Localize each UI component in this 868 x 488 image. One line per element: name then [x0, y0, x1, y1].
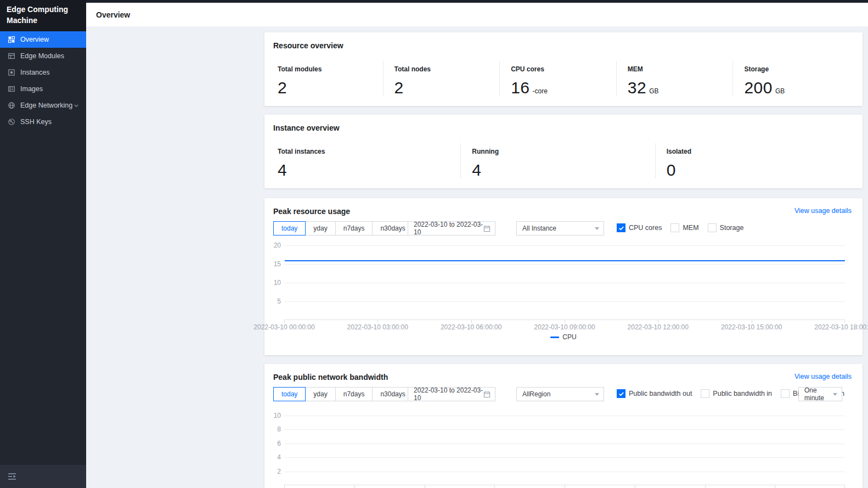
checkbox-check-icon: [617, 389, 625, 398]
sidebar-item-label: Overview: [20, 36, 49, 43]
instances-icon: [8, 69, 15, 76]
range-button-today[interactable]: today: [273, 221, 306, 235]
sidebar-item-images[interactable]: Images: [0, 81, 86, 97]
metric-checkbox-row: CPU cores MEM Storage: [617, 223, 743, 232]
x-axis-labels: 2022-03-10 00:00:00 2022-03-10 03:00:00 …: [284, 323, 845, 331]
legend-label: CPU: [562, 333, 576, 341]
y-tick-label: 4: [264, 453, 281, 461]
chevron-down-icon: [74, 104, 78, 107]
granularity-select[interactable]: One minute: [798, 387, 842, 401]
sidebar-item-ssh-keys[interactable]: SSH Keys: [0, 114, 86, 130]
page-header: Overview: [86, 3, 868, 26]
collapse-sidebar-icon[interactable]: [7, 472, 17, 481]
caret-down-icon: [833, 393, 837, 396]
caret-down-icon: [595, 227, 599, 230]
stat-isolated: Isolated 0: [655, 143, 849, 178]
card-title: Peak public network bandwidth: [273, 373, 388, 382]
peak-resource-filter-row: today yday n7days n30days 2022-03-10 to …: [273, 221, 854, 235]
stat-cpu-cores: CPU cores 16-core: [499, 61, 616, 96]
overview-grid-icon: [8, 36, 15, 43]
y-tick-label: 8: [264, 425, 281, 433]
range-button-n7days[interactable]: n7days: [336, 387, 373, 401]
main-content: Resource overview Total modules 2 Total …: [86, 26, 868, 488]
y-tick-label: 5: [264, 298, 281, 305]
resource-overview-card: Resource overview Total modules 2 Total …: [264, 32, 863, 106]
range-button-today[interactable]: today: [273, 387, 306, 401]
date-range-picker[interactable]: 2022-03-10 to 2022-03-10: [408, 221, 495, 235]
y-tick-label: 10: [264, 412, 281, 419]
card-title: Peak resource usage: [273, 207, 350, 216]
cpu-series-line: [285, 260, 845, 261]
resource-stats-row: Total modules 2 Total nodes 2 CPU cores …: [278, 61, 849, 96]
chart-legend[interactable]: CPU: [264, 333, 863, 341]
checkbox-mem[interactable]: MEM: [670, 223, 698, 232]
sidebar-item-edge-modules[interactable]: Edge Modules: [0, 48, 86, 64]
card-title: Instance overview: [273, 124, 340, 132]
y-tick-label: 10: [264, 279, 281, 287]
stat-storage: Storage 200GB: [732, 61, 849, 96]
caret-down-icon: [595, 393, 599, 396]
sidebar-item-label: SSH Keys: [20, 118, 52, 126]
y-tick-label: 20: [264, 242, 281, 249]
instance-overview-card: Instance overview Total instances 4 Runn…: [264, 115, 863, 188]
checkbox-public-bandwidth-out[interactable]: Public bandwidth out: [617, 389, 692, 398]
view-usage-details-link[interactable]: View usage details: [794, 373, 852, 380]
stat-total-modules: Total modules 2: [278, 61, 383, 96]
sidebar-item-instances[interactable]: Instances: [0, 64, 86, 81]
stat-total-nodes: Total nodes 2: [383, 61, 500, 96]
time-range-button-group: today yday n7days n30days: [273, 387, 414, 401]
legend-line-icon: [550, 336, 559, 338]
product-title: Edge Computing Machine: [0, 0, 86, 31]
checkbox-cpu-cores[interactable]: CPU cores: [617, 223, 662, 232]
peak-bandwidth-card: Peak public network bandwidth View usage…: [264, 364, 863, 488]
bandwidth-chart: 10 8 6 4 2: [284, 416, 845, 485]
instance-stats-row: Total instances 4 Running 4 Isolated 0: [278, 143, 849, 178]
range-button-n7days[interactable]: n7days: [336, 221, 373, 235]
time-range-button-group: today yday n7days n30days: [273, 221, 414, 235]
date-range-picker[interactable]: 2022-03-10 to 2022-03-10: [408, 387, 495, 401]
peak-resource-usage-card: Peak resource usage View usage details t…: [264, 198, 863, 355]
range-button-yday[interactable]: yday: [306, 387, 335, 401]
y-tick-label: 15: [264, 260, 281, 268]
y-tick-label: 2: [264, 468, 281, 475]
checkbox-check-icon: [617, 223, 625, 232]
stat-total-instances: Total instances 4: [278, 143, 460, 178]
peak-bandwidth-filter-row: today yday n7days n30days 2022-03-10 to …: [273, 387, 854, 401]
y-tick-label: 6: [264, 440, 281, 447]
region-filter-select[interactable]: AllRegion: [516, 387, 604, 401]
sidebar-item-overview[interactable]: Overview: [0, 31, 86, 48]
stat-running: Running 4: [460, 143, 655, 178]
sidebar-item-label: Instances: [20, 69, 50, 76]
range-button-yday[interactable]: yday: [306, 221, 335, 235]
card-title: Resource overview: [273, 41, 343, 50]
calendar-icon: [483, 391, 491, 398]
checkbox-public-bandwidth-in[interactable]: Public bandwidth in: [701, 389, 772, 398]
view-usage-details-link[interactable]: View usage details: [794, 207, 852, 215]
edge-networking-globe-icon: [8, 102, 15, 109]
sidebar-footer: [0, 465, 86, 488]
stat-mem: MEM 32GB: [616, 61, 733, 96]
edge-modules-icon: [8, 52, 15, 60]
sidebar-item-label: Edge Networking: [20, 102, 72, 109]
ssh-keys-icon: [8, 118, 15, 126]
sidebar-item-edge-networking[interactable]: Edge Networking: [0, 97, 86, 114]
images-icon: [8, 85, 15, 93]
instance-filter-select[interactable]: All Instance: [516, 221, 604, 235]
calendar-icon: [483, 225, 491, 232]
checkbox-storage[interactable]: Storage: [708, 223, 744, 232]
sidebar-item-label: Images: [20, 85, 43, 93]
cpu-usage-chart: 20 15 10 5: [284, 245, 845, 320]
sidebar: Edge Computing Machine Overview Edge Mod…: [0, 0, 86, 488]
page-title: Overview: [96, 10, 130, 19]
sidebar-item-label: Edge Modules: [20, 52, 64, 60]
